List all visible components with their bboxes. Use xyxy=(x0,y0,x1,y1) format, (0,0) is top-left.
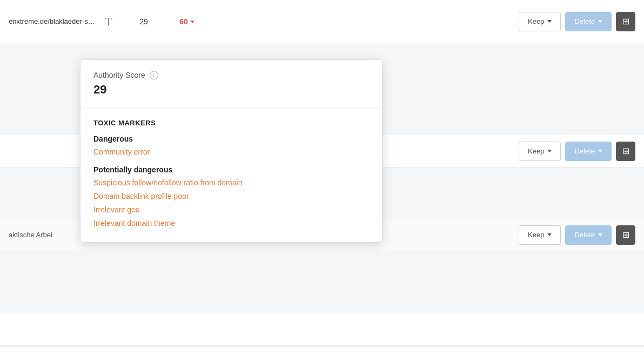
comment-icon-2: ⊞ xyxy=(622,146,629,156)
keep-button-2[interactable]: Keep xyxy=(519,142,561,161)
authority-value: 29 xyxy=(139,17,148,26)
authority-score-label: Authority Score xyxy=(93,71,145,79)
toxic-markers-title: TOXIC MARKERS xyxy=(93,119,369,127)
keep-label: Keep xyxy=(528,17,544,25)
action-buttons-3: Keep Delete ⊞ xyxy=(519,225,635,245)
delete-button-3[interactable]: Delete xyxy=(565,225,612,245)
authority-cell: 29 xyxy=(122,17,165,26)
keep-chevron-icon xyxy=(547,20,552,23)
toxic-score-cell[interactable]: 60 xyxy=(165,17,209,26)
authority-label-row: Authority Score i xyxy=(93,71,369,79)
delete-chevron-icon xyxy=(598,20,602,23)
keep-label-2: Keep xyxy=(528,147,544,155)
table-row: enxtreme.de/blaklaeder-stric... T 29 60 … xyxy=(0,0,644,43)
potentially-dangerous-group-title: Potentially dangerous xyxy=(93,165,369,174)
keep-button[interactable]: Keep xyxy=(519,12,561,31)
dangerous-item-0: Community error xyxy=(93,146,369,158)
dangerous-group-title: Dangerous xyxy=(93,135,369,143)
delete-label: Delete xyxy=(574,17,595,25)
potentially-dangerous-item-1: Domain backlink profile poor xyxy=(93,191,369,202)
delete-button-2[interactable]: Delete xyxy=(565,142,612,161)
authority-section: Authority Score i 29 xyxy=(81,60,382,108)
toxic-chevron-icon xyxy=(190,21,194,23)
potentially-dangerous-item-3: Irrelevant domain theme xyxy=(93,218,369,229)
comment-button[interactable]: ⊞ xyxy=(616,12,635,31)
delete-button[interactable]: Delete xyxy=(565,12,612,31)
comment-button-3[interactable]: ⊞ xyxy=(616,225,635,245)
delete-chevron-icon-2 xyxy=(598,150,602,152)
toxic-tooltip-popup: Authority Score i 29 TOXIC MARKERS Dange… xyxy=(80,59,383,243)
table-area: enxtreme.de/blaklaeder-stric... T 29 60 … xyxy=(0,0,644,348)
delete-chevron-icon-3 xyxy=(598,233,602,236)
url-text-3: aktische Arbei xyxy=(9,231,52,239)
comment-icon: ⊞ xyxy=(622,16,629,26)
keep-chevron-icon-3 xyxy=(547,233,552,236)
t-icon: T xyxy=(105,15,112,29)
url-text: enxtreme.de/blaklaeder-stric... xyxy=(9,17,95,25)
potentially-dangerous-item-0: Suspicious follow/nofollow ratio from do… xyxy=(93,177,369,189)
delete-label-3: Delete xyxy=(574,231,595,239)
potentially-dangerous-item-2: Irrelevant geo xyxy=(93,204,369,216)
action-buttons: Keep Delete ⊞ xyxy=(519,12,635,31)
action-buttons-2: Keep Delete ⊞ xyxy=(519,142,635,161)
info-icon[interactable]: i xyxy=(150,71,158,79)
keep-button-3[interactable]: Keep xyxy=(519,225,561,245)
keep-label-3: Keep xyxy=(528,231,544,239)
comment-button-2[interactable]: ⊞ xyxy=(616,142,635,161)
text-icon-cell: T xyxy=(95,15,122,29)
toxic-value: 60 xyxy=(179,17,188,26)
authority-score-value: 29 xyxy=(93,83,369,97)
keep-chevron-icon-2 xyxy=(547,150,552,152)
comment-icon-3: ⊞ xyxy=(622,230,629,240)
delete-label-2: Delete xyxy=(574,147,595,155)
toxic-markers-section: TOXIC MARKERS Dangerous Community error … xyxy=(81,108,382,242)
url-cell: enxtreme.de/blaklaeder-stric... xyxy=(9,17,95,25)
table-row-4 xyxy=(0,313,644,346)
